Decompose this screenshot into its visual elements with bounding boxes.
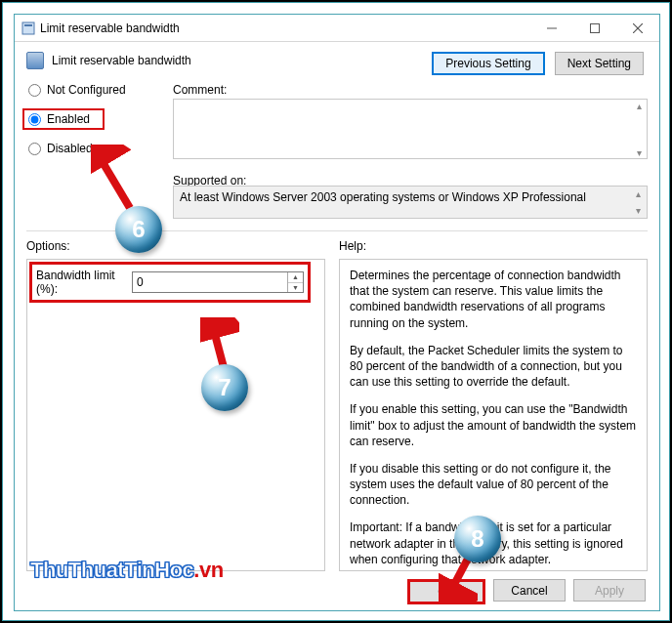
close-button[interactable]	[616, 15, 659, 41]
radio-enabled-label: Enabled	[47, 112, 90, 126]
watermark-main: ThuThuatTinHoc	[30, 558, 193, 582]
spinner-down-icon[interactable]: ▼	[288, 283, 303, 293]
bandwidth-limit-row: Bandwidth limit (%): ▲ ▼	[29, 262, 311, 303]
caret-up-icon: ▴	[636, 188, 641, 199]
radio-disabled-label: Disabled	[47, 142, 93, 155]
window-title: Limit reservable bandwidth	[36, 21, 530, 35]
watermark: ThuThuatTinHoc.vn	[30, 558, 224, 583]
comment-textarea[interactable]	[173, 99, 648, 159]
caret-up-icon: ▴	[637, 101, 642, 111]
spinner-up-icon[interactable]: ▲	[288, 272, 303, 283]
policy-icon	[26, 52, 44, 69]
radio-not-configured-label: Not Configured	[47, 83, 126, 97]
annotation-bubble-8: 8	[454, 516, 501, 562]
header-title: Limit reservable bandwidth	[52, 54, 191, 67]
radio-not-configured-input[interactable]	[28, 84, 41, 97]
help-text: By default, the Packet Scheduler limits …	[350, 343, 637, 391]
app-icon	[15, 21, 36, 35]
options-label: Options:	[26, 239, 325, 253]
help-text: Determines the percentage of connection …	[350, 268, 637, 331]
annotation-arrow	[91, 145, 140, 213]
dialog-window: Limit reservable bandwidth Limit reserva…	[14, 14, 660, 611]
help-label: Help:	[339, 239, 648, 253]
bandwidth-limit-label: Bandwidth limit (%):	[36, 269, 132, 296]
watermark-suffix: .vn	[193, 558, 223, 582]
cancel-button[interactable]: Cancel	[493, 579, 566, 602]
annotation-bubble-6: 6	[115, 206, 162, 253]
apply-button[interactable]: Apply	[573, 579, 646, 602]
svg-rect-3	[591, 23, 600, 32]
bandwidth-spinner[interactable]: ▲ ▼	[287, 272, 303, 292]
annotation-arrow	[439, 555, 478, 603]
next-setting-button[interactable]: Next Setting	[555, 52, 644, 75]
minimize-button[interactable]	[530, 15, 573, 41]
svg-rect-0	[22, 22, 34, 34]
svg-rect-1	[24, 24, 32, 26]
radio-enabled[interactable]: Enabled	[22, 108, 105, 130]
radio-enabled-input[interactable]	[28, 113, 41, 126]
radio-not-configured[interactable]: Not Configured	[28, 83, 173, 97]
options-panel: Bandwidth limit (%): ▲ ▼	[26, 259, 325, 571]
titlebar[interactable]: Limit reservable bandwidth	[15, 15, 659, 42]
radio-disabled-input[interactable]	[28, 143, 41, 155]
comment-label: Comment:	[173, 83, 227, 97]
maximize-button[interactable]	[573, 15, 616, 41]
svg-line-8	[448, 559, 468, 596]
supported-on-text: At least Windows Server 2003 operating s…	[180, 190, 586, 204]
supported-on-box: At least Windows Server 2003 operating s…	[173, 186, 648, 219]
annotation-bubble-7: 7	[201, 364, 248, 411]
svg-line-6	[97, 152, 130, 208]
caret-down-icon: ▾	[637, 147, 642, 158]
help-text: If you enable this setting, you can use …	[350, 401, 637, 449]
bandwidth-limit-input[interactable]	[133, 272, 287, 292]
previous-setting-button[interactable]: Previous Setting	[432, 52, 544, 75]
caret-down-icon: ▾	[636, 205, 641, 216]
help-text: If you disable this setting or do not co…	[350, 461, 637, 509]
